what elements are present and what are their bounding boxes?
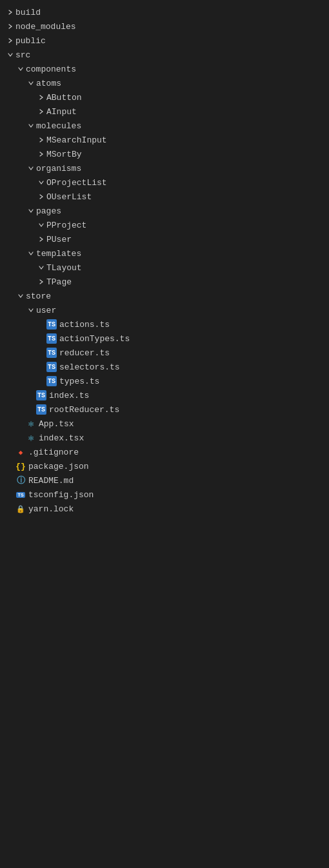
file-label-tsconfig.json: tsconfig.json (28, 490, 324, 500)
ts-icon: TS (46, 333, 57, 344)
tree-item-OProjectList[interactable]: OProjectList (0, 175, 329, 190)
tree-item-tsconfig.json[interactable]: TStsconfig.json (0, 488, 329, 502)
tree-item-PUser[interactable]: PUser (0, 232, 329, 246)
tree-item-index.ts[interactable]: TSindex.ts (0, 388, 329, 402)
arrow-AButton (36, 92, 46, 103)
file-label-package.json: package.json (28, 462, 324, 471)
tree-item-yarn.lock[interactable]: 🔒yarn.lock (0, 502, 329, 516)
arrow-MSearchInput (36, 135, 46, 145)
file-label-.gitignore: .gitignore (28, 448, 324, 457)
file-label-actionTypes.ts: actionTypes.ts (59, 334, 324, 344)
yarn-icon: 🔒 (15, 504, 26, 514)
tsconfig-icon: TS (15, 489, 26, 500)
folder-label-templates: templates (36, 249, 324, 259)
tree-item-MSearchInput[interactable]: MSearchInput (0, 133, 329, 147)
file-label-README.md: README.md (28, 476, 324, 486)
arrow-user (26, 305, 36, 315)
arrow-AInput (36, 106, 46, 117)
md-icon: ⓘ (15, 475, 26, 486)
tree-item-App.tsx[interactable]: ⚛App.tsx (0, 417, 329, 431)
folder-label-PUser: PUser (46, 235, 324, 244)
file-label-index.tsx: index.tsx (39, 433, 324, 443)
tree-item-selectors.ts[interactable]: TSselectors.ts (0, 360, 329, 374)
tree-item-reducer.ts[interactable]: TSreducer.ts (0, 346, 329, 360)
file-label-App.tsx: App.tsx (39, 419, 324, 429)
tree-item-atoms[interactable]: atoms (0, 76, 329, 90)
folder-label-MSearchInput: MSearchInput (46, 135, 324, 145)
arrow-OUserList (36, 192, 46, 202)
arrow-node_modules (5, 21, 15, 32)
arrow-public (5, 35, 15, 46)
tree-item-TPage[interactable]: TPage (0, 275, 329, 289)
tree-item-build[interactable]: build (0, 5, 329, 19)
folder-label-components: components (26, 64, 324, 74)
tree-item-AInput[interactable]: AInput (0, 104, 329, 119)
tree-item-rootReducer.ts[interactable]: TSrootReducer.ts (0, 402, 329, 417)
file-tree: buildnode_modulespublicsrccomponentsatom… (0, 0, 329, 521)
folder-label-organisms: organisms (36, 164, 324, 173)
folder-label-src: src (15, 50, 324, 60)
ts-icon: TS (36, 404, 46, 415)
tree-item-package.json[interactable]: {}package.json (0, 459, 329, 473)
tree-item-pages[interactable]: pages (0, 204, 329, 218)
folder-label-TLayout: TLayout (46, 263, 324, 273)
arrow-store (15, 291, 26, 301)
tree-item-store[interactable]: store (0, 289, 329, 303)
folder-label-AInput: AInput (46, 107, 324, 117)
tree-item-types.ts[interactable]: TStypes.ts (0, 374, 329, 388)
arrow-organisms (26, 163, 36, 173)
tsx-icon: ⚛ (26, 419, 36, 429)
file-label-reducer.ts: reducer.ts (59, 348, 324, 358)
tree-item-molecules[interactable]: molecules (0, 119, 329, 133)
tree-item-node_modules[interactable]: node_modules (0, 19, 329, 34)
folder-label-AButton: AButton (46, 93, 324, 103)
folder-label-MSortBy: MSortBy (46, 150, 324, 159)
ts-icon: TS (46, 362, 57, 372)
tree-item-PProject[interactable]: PProject (0, 218, 329, 232)
file-label-yarn.lock: yarn.lock (28, 504, 324, 514)
tree-item-MSortBy[interactable]: MSortBy (0, 147, 329, 161)
tree-item-.gitignore[interactable]: ◆.gitignore (0, 445, 329, 459)
tree-item-README.md[interactable]: ⓘREADME.md (0, 473, 329, 488)
folder-label-OProjectList: OProjectList (46, 178, 324, 188)
folder-label-store: store (26, 291, 324, 301)
json-icon: {} (15, 461, 26, 471)
folder-label-atoms: atoms (36, 79, 324, 88)
arrow-molecules (26, 121, 36, 131)
tree-item-public[interactable]: public (0, 34, 329, 48)
tree-item-actionTypes.ts[interactable]: TSactionTypes.ts (0, 331, 329, 346)
ts-icon: TS (36, 390, 46, 400)
folder-label-PProject: PProject (46, 221, 324, 230)
arrow-atoms (26, 78, 36, 88)
folder-label-public: public (15, 36, 324, 46)
folder-label-TPage: TPage (46, 277, 324, 287)
tree-item-src[interactable]: src (0, 48, 329, 62)
folder-label-node_modules: node_modules (15, 22, 324, 32)
folder-label-user: user (36, 306, 324, 315)
tree-item-OUserList[interactable]: OUserList (0, 190, 329, 204)
arrow-pages (26, 206, 36, 216)
arrow-TLayout (36, 262, 46, 273)
tree-item-organisms[interactable]: organisms (0, 161, 329, 175)
arrow-templates (26, 248, 36, 259)
tree-item-templates[interactable]: templates (0, 246, 329, 261)
tree-item-TLayout[interactable]: TLayout (0, 261, 329, 275)
tree-item-actions.ts[interactable]: TSactions.ts (0, 317, 329, 331)
arrow-build (5, 7, 15, 17)
file-label-rootReducer.ts: rootReducer.ts (49, 405, 324, 415)
ts-icon: TS (46, 376, 57, 386)
arrow-MSortBy (36, 149, 46, 159)
arrow-src (5, 50, 15, 60)
tree-item-user[interactable]: user (0, 303, 329, 317)
tsx-icon: ⚛ (26, 433, 36, 443)
tree-item-AButton[interactable]: AButton (0, 90, 329, 104)
file-label-index.ts: index.ts (49, 391, 324, 400)
ts-icon: TS (46, 348, 57, 358)
arrow-PUser (36, 234, 46, 244)
git-icon: ◆ (15, 447, 26, 457)
tree-item-components[interactable]: components (0, 62, 329, 76)
folder-label-molecules: molecules (36, 121, 324, 131)
tree-item-index.tsx[interactable]: ⚛index.tsx (0, 431, 329, 445)
arrow-components (15, 64, 26, 74)
arrow-TPage (36, 277, 46, 287)
